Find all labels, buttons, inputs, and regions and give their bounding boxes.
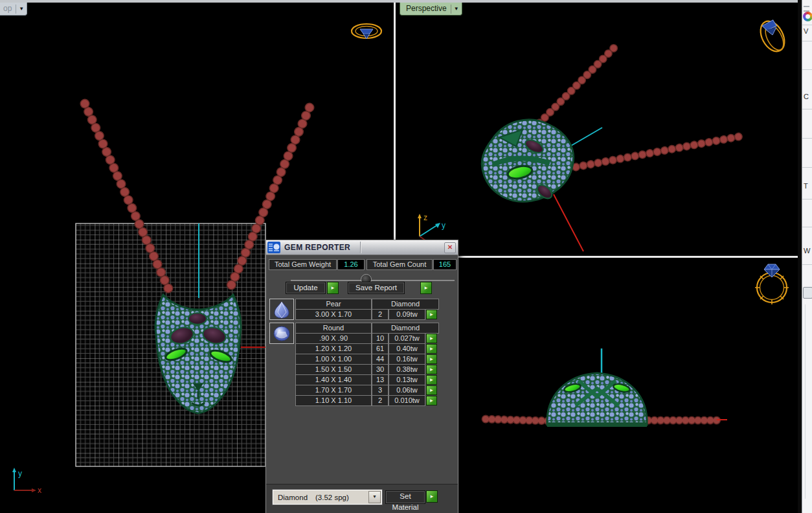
sidebar-item-w[interactable]: W bbox=[804, 247, 812, 256]
red-guide-line bbox=[554, 194, 583, 251]
sidebar-groove bbox=[805, 304, 806, 499]
viewport-perspective[interactable]: z y Perspective ▼ bbox=[396, 3, 798, 256]
gem-row-count: 2 bbox=[372, 309, 389, 320]
gem-row-select-button[interactable]: ► bbox=[426, 354, 437, 364]
gem-row-select-button[interactable]: ► bbox=[426, 365, 437, 374]
gem-row-count: 13 bbox=[372, 374, 389, 385]
axis-indicator-front: y x bbox=[12, 468, 41, 495]
sidebar-divider bbox=[802, 109, 812, 109]
gem-row-size: 1.40 X 1.40 bbox=[295, 374, 372, 385]
play-icon: ► bbox=[423, 286, 429, 291]
gem-row-weight: 0.010tw bbox=[389, 395, 425, 406]
sidebar-divider bbox=[802, 199, 812, 200]
save-report-run-button[interactable]: ► bbox=[420, 282, 432, 294]
material-header-round: Diamond bbox=[372, 323, 439, 334]
pendant-model-perspective bbox=[482, 120, 573, 201]
gem-row-weight: 0.06tw bbox=[389, 385, 425, 396]
material-dropdown-value: Diamond bbox=[273, 494, 315, 501]
gem-row-select-button[interactable]: ► bbox=[426, 385, 437, 395]
gem-row-size: 1.00 X 1.00 bbox=[295, 354, 372, 365]
sidebar-divider bbox=[802, 25, 812, 25]
update-run-button[interactable]: ► bbox=[327, 282, 339, 294]
round-gem-icon bbox=[269, 323, 294, 344]
shape-header-pear: Pear bbox=[295, 299, 372, 310]
play-icon: ► bbox=[330, 286, 335, 291]
size-slider-track[interactable] bbox=[291, 280, 455, 281]
sidebar-divider bbox=[802, 264, 812, 265]
gem-row-size: .90 X .90 bbox=[295, 333, 372, 344]
sidebar-divider bbox=[802, 167, 812, 168]
application-window: { "window": {"top_viewport_label": "op",… bbox=[0, 0, 812, 513]
gem-row-size: 1.20 X 1.20 bbox=[295, 343, 372, 354]
material-header-pear: Diamond bbox=[372, 299, 439, 310]
viewport-title-dropdown-perspective[interactable]: Perspective ▼ bbox=[400, 3, 462, 16]
play-icon: ► bbox=[429, 336, 434, 341]
gem-row-select-button[interactable]: ► bbox=[426, 334, 437, 343]
viewport-perspective-label[interactable]: Perspective bbox=[405, 4, 451, 14]
material-dropdown[interactable]: Diamond (3.52 spg) ▼ bbox=[273, 490, 382, 505]
gem-row-count: 3 bbox=[372, 385, 389, 396]
gem-row-select-button[interactable]: ► bbox=[426, 344, 437, 354]
gem-row-weight: 0.38tw bbox=[389, 364, 425, 375]
set-material-button[interactable]: Set Material bbox=[385, 490, 425, 504]
shape-header-round: Round bbox=[295, 323, 372, 334]
sidebar-divider bbox=[802, 138, 812, 139]
play-icon: ► bbox=[429, 494, 434, 499]
play-icon: ► bbox=[429, 398, 434, 404]
gem-reporter-dialog: GEM REPORTER ✕ Total Gem Weight 1.26 Tot… bbox=[265, 240, 458, 513]
sidebar-grip-handle[interactable] bbox=[804, 6, 809, 12]
viewport-perspective-canvas[interactable]: z y bbox=[396, 3, 798, 256]
gem-row-weight: 0.40tw bbox=[389, 343, 425, 354]
chevron-down-icon[interactable]: ▼ bbox=[451, 5, 462, 14]
chevron-down-icon[interactable]: ▼ bbox=[368, 491, 381, 503]
gem-row-weight: 0.09tw bbox=[389, 309, 425, 320]
set-material-run-button[interactable]: ► bbox=[426, 490, 438, 503]
close-icon[interactable]: ✕ bbox=[444, 242, 456, 253]
gem-row-select-button[interactable]: ► bbox=[426, 375, 437, 385]
dialog-titlebar[interactable]: GEM REPORTER bbox=[266, 240, 458, 255]
sidebar-divider bbox=[802, 41, 812, 41]
play-icon: ► bbox=[429, 378, 434, 383]
gem-row-count: 30 bbox=[372, 364, 389, 375]
gem-row-count: 61 bbox=[372, 343, 389, 354]
sidebar-item-v[interactable]: V bbox=[804, 27, 812, 36]
play-icon: ► bbox=[429, 367, 434, 372]
gem-row-count: 2 bbox=[372, 395, 389, 406]
pear-gem-icon bbox=[269, 299, 294, 320]
gem-row-size: 1.70 X 1.70 bbox=[295, 385, 372, 396]
play-icon: ► bbox=[429, 312, 434, 317]
ring-icon bbox=[756, 17, 789, 55]
dialog-footer: Diamond (3.52 spg) ▼ Set Material ► bbox=[266, 484, 458, 513]
gem-row-weight: 0.13tw bbox=[389, 374, 425, 385]
total-gem-weight-value: 1.26 bbox=[337, 259, 365, 270]
dialog-title: GEM REPORTER bbox=[284, 243, 350, 252]
svg-text:y: y bbox=[442, 221, 445, 230]
viewport-top-label[interactable]: op bbox=[2, 4, 16, 14]
update-button[interactable]: Update bbox=[286, 282, 326, 294]
ring-icon bbox=[755, 264, 789, 304]
sidebar-panel bbox=[802, 0, 812, 513]
total-gem-count-label: Total Gem Count bbox=[367, 259, 433, 270]
svg-text:z: z bbox=[423, 213, 427, 222]
chevron-down-icon[interactable]: ▼ bbox=[16, 5, 27, 14]
gem-row-size: 3.00 X 1.70 bbox=[295, 309, 372, 320]
titlebar-separator bbox=[360, 242, 361, 253]
viewport-title-dropdown-top[interactable]: op ▼ bbox=[0, 3, 27, 16]
sidebar-item-t[interactable]: T bbox=[804, 182, 812, 191]
gem-row-size: 1.50 X 1.50 bbox=[295, 364, 372, 375]
gem-row-weight: 0.16tw bbox=[389, 354, 425, 365]
gem-row-select-button[interactable]: ► bbox=[426, 310, 437, 319]
sidebar-divider bbox=[802, 69, 812, 70]
gem-row-weight: 0.027tw bbox=[389, 333, 425, 344]
gem-row-size: 1.10 X 1.10 bbox=[295, 395, 372, 406]
sidebar-item-c[interactable]: C bbox=[804, 93, 812, 102]
axis-indicator-perspective: z y bbox=[418, 213, 445, 242]
sidebar-widget[interactable] bbox=[803, 287, 812, 299]
gem-row-select-button[interactable]: ► bbox=[426, 396, 437, 405]
gem-row-count: 44 bbox=[372, 354, 389, 365]
save-report-button[interactable]: Save Report bbox=[348, 282, 405, 294]
total-gem-count-value: 165 bbox=[433, 259, 457, 270]
svg-text:x: x bbox=[38, 486, 41, 495]
total-gem-weight-label: Total Gem Weight bbox=[269, 259, 337, 270]
app-logo bbox=[803, 12, 812, 21]
